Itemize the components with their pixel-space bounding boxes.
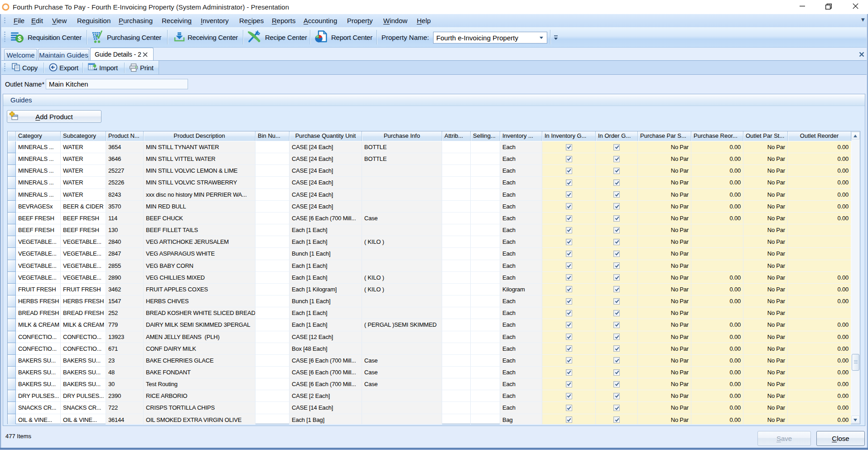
svg-text:$: $ bbox=[18, 34, 22, 42]
